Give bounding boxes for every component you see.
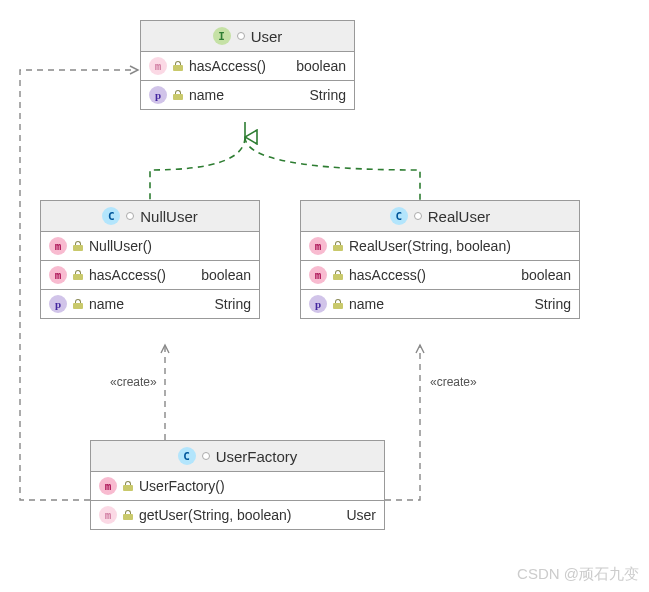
member-name: hasAccess(): [349, 267, 515, 283]
decorator-circle-icon: [237, 32, 245, 40]
member-row: p name String: [141, 81, 354, 109]
member-name: name: [349, 296, 528, 312]
member-type: User: [346, 507, 376, 523]
lock-icon: [73, 299, 83, 309]
member-type: boolean: [521, 267, 571, 283]
stereotype-create-nulluser: «create»: [110, 375, 157, 389]
class-nulluser: C NullUser m NullUser() m hasAccess() bo…: [40, 200, 260, 319]
decorator-circle-icon: [414, 212, 422, 220]
member-name: hasAccess(): [189, 58, 290, 74]
class-realuser: C RealUser m RealUser(String, boolean) m…: [300, 200, 580, 319]
class-name: NullUser: [140, 208, 198, 225]
member-type: boolean: [296, 58, 346, 74]
lock-icon: [73, 270, 83, 280]
member-type: String: [534, 296, 571, 312]
class-userfactory-title: C UserFactory: [91, 441, 384, 472]
property-icon: p: [309, 295, 327, 313]
member-name: getUser(String, boolean): [139, 507, 340, 523]
class-realuser-title: C RealUser: [301, 201, 579, 232]
method-icon: m: [149, 57, 167, 75]
class-userfactory: C UserFactory m UserFactory() m getUser(…: [90, 440, 385, 530]
member-name: hasAccess(): [89, 267, 195, 283]
lock-icon: [173, 90, 183, 100]
decorator-circle-icon: [202, 452, 210, 460]
lock-icon: [333, 241, 343, 251]
member-type: String: [214, 296, 251, 312]
method-icon: m: [99, 506, 117, 524]
class-icon: C: [178, 447, 196, 465]
decorator-circle-icon: [126, 212, 134, 220]
member-type: String: [309, 87, 346, 103]
class-icon: C: [390, 207, 408, 225]
member-row: m hasAccess() boolean: [141, 52, 354, 81]
stereotype-create-realuser: «create»: [430, 375, 477, 389]
method-icon: m: [49, 237, 67, 255]
lock-icon: [333, 270, 343, 280]
interface-icon: I: [213, 27, 231, 45]
member-row: p name String: [301, 290, 579, 318]
class-name: UserFactory: [216, 448, 298, 465]
member-name: UserFactory(): [139, 478, 370, 494]
member-type: boolean: [201, 267, 251, 283]
class-icon: C: [102, 207, 120, 225]
class-user-title: I User: [141, 21, 354, 52]
member-row: p name String: [41, 290, 259, 318]
member-row: m RealUser(String, boolean): [301, 232, 579, 261]
class-nulluser-title: C NullUser: [41, 201, 259, 232]
watermark: CSDN @顽石九变: [517, 565, 639, 584]
lock-icon: [123, 481, 133, 491]
method-icon: m: [99, 477, 117, 495]
member-name: name: [189, 87, 303, 103]
member-name: name: [89, 296, 208, 312]
class-name: User: [251, 28, 283, 45]
member-row: m getUser(String, boolean) User: [91, 501, 384, 529]
member-row: m hasAccess() boolean: [301, 261, 579, 290]
member-row: m UserFactory(): [91, 472, 384, 501]
class-user: I User m hasAccess() boolean p name Stri…: [140, 20, 355, 110]
lock-icon: [73, 241, 83, 251]
member-row: m NullUser(): [41, 232, 259, 261]
member-name: NullUser(): [89, 238, 245, 254]
lock-icon: [333, 299, 343, 309]
lock-icon: [123, 510, 133, 520]
property-icon: p: [149, 86, 167, 104]
member-name: RealUser(String, boolean): [349, 238, 565, 254]
method-icon: m: [309, 266, 327, 284]
lock-icon: [173, 61, 183, 71]
class-name: RealUser: [428, 208, 491, 225]
method-icon: m: [309, 237, 327, 255]
member-row: m hasAccess() boolean: [41, 261, 259, 290]
property-icon: p: [49, 295, 67, 313]
method-icon: m: [49, 266, 67, 284]
